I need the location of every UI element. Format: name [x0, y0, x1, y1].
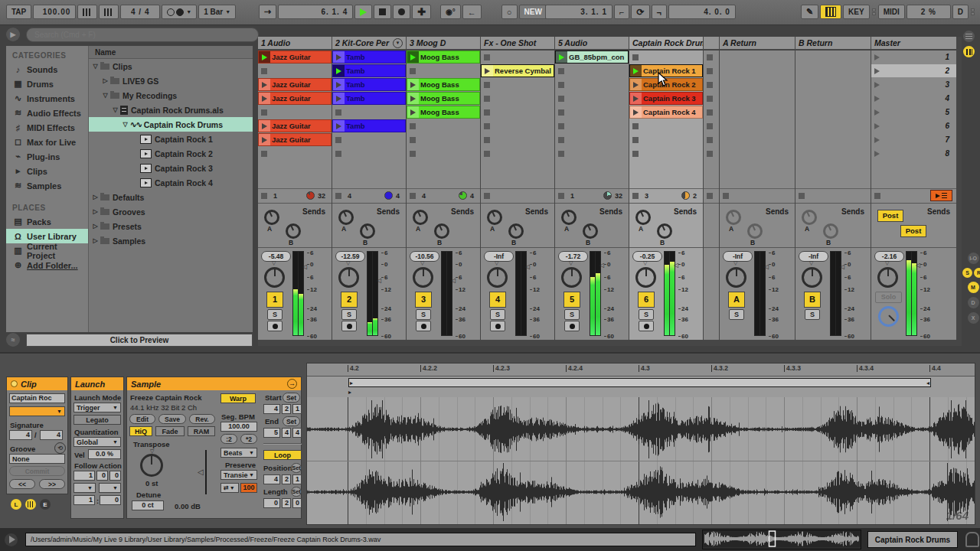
mixer-toggle-d[interactable]: D [968, 297, 979, 308]
loop-position-bars-field[interactable]: 4 [263, 474, 280, 484]
pan-knob[interactable] [635, 267, 656, 288]
clip-activate-icon[interactable] [11, 380, 18, 387]
solo-button[interactable]: S [341, 309, 357, 320]
sample-tab[interactable] [25, 499, 36, 510]
clip[interactable]: Jazz Guitar [258, 92, 332, 105]
record-button[interactable] [393, 5, 410, 19]
track-activator-button[interactable]: 6 [638, 292, 655, 308]
legato-button[interactable]: Legato [74, 415, 121, 425]
overview-toggle[interactable] [963, 31, 975, 42]
twisty-icon[interactable]: ▷ [90, 223, 100, 230]
preview-play-icon[interactable] [5, 533, 18, 546]
scene-slot[interactable]: 1 [871, 51, 956, 64]
clip-launch-button[interactable] [259, 51, 270, 63]
clip-slot[interactable] [629, 133, 703, 146]
track-header[interactable]: 1 Audio [258, 37, 332, 51]
clip-slot[interactable]: Captain Rock 4 [629, 106, 703, 119]
sidebar-item-clips[interactable]: ▸Clips [6, 164, 88, 178]
clip[interactable]: Captain Rock 3 [629, 92, 703, 105]
send-a-knob[interactable] [802, 210, 817, 225]
solo-button[interactable]: S [564, 309, 580, 320]
send-b-post-button[interactable]: Post [900, 225, 926, 237]
clip-launch-button[interactable] [333, 79, 345, 90]
track-header[interactable]: Captain Rock Drums [629, 37, 703, 51]
clip-slot[interactable]: Moog Bass [407, 106, 480, 119]
solo-button[interactable]: S [729, 309, 744, 320]
clip[interactable]: Jazz Guitar [258, 119, 332, 132]
clip-launch-button[interactable] [259, 93, 270, 104]
clip-slot[interactable] [481, 147, 554, 160]
tree-item[interactable]: ▽My Recodings [89, 88, 253, 103]
clip-slot[interactable] [481, 133, 554, 146]
follow-chance-b-field[interactable]: 0 [100, 495, 121, 505]
punch-out-button[interactable]: ¬ [652, 5, 667, 19]
clip-slot[interactable]: Jazz Guitar [258, 51, 332, 64]
pan-knob[interactable] [726, 267, 746, 288]
granulation-field[interactable]: 100 [240, 483, 257, 493]
send-a-knob[interactable] [338, 210, 354, 225]
clip-slot[interactable] [481, 51, 554, 64]
volume-field[interactable]: -Inf [799, 251, 828, 262]
start-beats-field[interactable]: 2 [282, 404, 291, 414]
clip-slot[interactable] [332, 106, 406, 119]
nudge-forward-button[interactable]: >> [39, 479, 65, 489]
clip-slot[interactable] [704, 51, 719, 64]
solo-button[interactable]: S [267, 309, 283, 320]
key-map-button[interactable]: KEY [843, 5, 870, 19]
track-header[interactable]: Fx - One Shot [481, 37, 554, 51]
loop-mode-chooser[interactable]: ⇄▼ [220, 483, 239, 493]
mixer-toggle-x[interactable]: X [968, 312, 979, 324]
tempo-display[interactable]: 100.00 [33, 5, 76, 19]
clip-launch-button[interactable] [407, 79, 419, 90]
clip-slot[interactable]: Jazz Guitar [258, 133, 332, 146]
sidebar-item-drums[interactable]: ▦Drums [6, 77, 88, 91]
clip-launch-button[interactable] [333, 65, 345, 77]
clip-slot[interactable] [704, 92, 719, 105]
envelope-tab[interactable]: E [40, 499, 51, 510]
tree-item[interactable]: ▷Defaults [89, 190, 253, 204]
clip-slot[interactable]: GB_85bpm_con [555, 51, 629, 64]
pan-knob[interactable] [413, 267, 433, 288]
groove-chooser[interactable]: None [9, 454, 65, 464]
tree-item[interactable]: ▽Captain Rock Drums.als [89, 103, 253, 117]
stop-button[interactable] [374, 5, 391, 19]
clip[interactable]: Reverse Cymbal [481, 64, 554, 77]
clip-slot[interactable] [481, 78, 554, 91]
time-signature-display[interactable]: 4 / 4 [120, 5, 160, 19]
track-activator-button[interactable]: 5 [564, 292, 580, 308]
track-header[interactable]: Master [871, 37, 956, 51]
clip-slot[interactable] [332, 133, 406, 146]
send-b-knob[interactable] [747, 223, 763, 239]
detune-field[interactable]: 0 ct [132, 500, 164, 510]
clip-slot[interactable] [704, 147, 719, 160]
hot-swap-button[interactable]: ≈ [6, 333, 20, 347]
clip-launch-button[interactable] [482, 65, 493, 77]
clip[interactable]: Tamb [332, 119, 406, 132]
signature-numerator-field[interactable]: 4 [9, 430, 32, 440]
track-activator-button[interactable]: 1 [266, 292, 283, 308]
clip-slot[interactable] [481, 106, 554, 119]
sidebar-item-midi-effects[interactable]: ♯MIDI Effects [6, 120, 88, 135]
clip-slot[interactable] [407, 64, 480, 77]
arrangement-position-display[interactable]: 6. 1. 4 [278, 5, 353, 19]
send-b-knob[interactable] [434, 223, 449, 239]
loop-position-beats-field[interactable]: 2 [282, 474, 291, 484]
clip-slot[interactable] [481, 92, 554, 105]
clip-slot[interactable]: Tamb [332, 51, 406, 64]
browser-fold-button[interactable]: ▶ [6, 28, 20, 41]
loop-length-units-field[interactable]: 0 [292, 498, 302, 508]
pan-knob[interactable] [802, 267, 822, 288]
launch-mode-chooser[interactable]: Trigger▼ [74, 403, 121, 412]
scene-play-icon[interactable] [874, 54, 880, 60]
follow-action-b-chooser[interactable]: ▼ [99, 483, 121, 493]
scene-slot[interactable]: 2 [871, 64, 956, 77]
track-header-menu-icon[interactable]: ▼ [393, 38, 403, 48]
automation-arm-button[interactable]: ◉° [440, 5, 461, 19]
gain-slider[interactable] [205, 450, 207, 494]
clip-quantization-chooser[interactable]: Global▼ [74, 437, 121, 447]
clip-slot[interactable]: Captain Rock 1 [629, 64, 703, 77]
clip-box-header[interactable]: Clip [7, 377, 67, 390]
clip-slot[interactable] [704, 106, 719, 119]
sidebar-item-sounds[interactable]: ♪Sounds [6, 62, 88, 77]
track-header[interactable]: 5 Audio [555, 37, 629, 51]
